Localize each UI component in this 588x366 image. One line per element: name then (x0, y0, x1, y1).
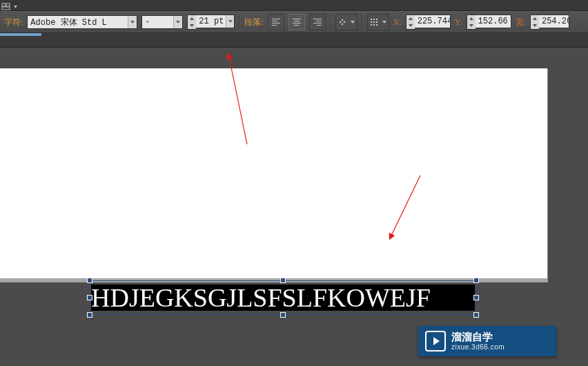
font-family-select[interactable]: Adobe 宋体 Std L (27, 15, 137, 29)
watermark-url: zixue.3d66.com (451, 343, 504, 351)
svg-rect-11 (371, 21, 372, 23)
x-field-group: 225.744 (406, 15, 451, 30)
active-tab-indicator (0, 33, 41, 36)
width-input[interactable]: 254.26 (539, 15, 569, 28)
svg-rect-10 (376, 19, 378, 20)
app-top-strip (0, 0, 588, 11)
text-frame[interactable]: HDJEGKSGJLSFSLFKOWEJF (90, 280, 476, 315)
chevron-down-icon[interactable] (226, 15, 235, 28)
handle-mid-left[interactable] (87, 295, 92, 300)
handle-bottom-center[interactable] (280, 312, 286, 318)
align-left-button[interactable] (268, 14, 284, 30)
width-field-group: 254.26 (530, 15, 569, 30)
dropdown-icon[interactable] (12, 1, 19, 10)
svg-rect-9 (373, 19, 375, 20)
svg-rect-8 (371, 19, 372, 20)
document-page[interactable] (0, 68, 548, 282)
y-spinner[interactable] (467, 15, 476, 30)
y-input[interactable]: 152.66 p (476, 15, 511, 28)
x-spinner[interactable] (406, 15, 415, 30)
font-size-value: 21 pt (196, 17, 226, 26)
grid-icon (370, 18, 378, 26)
x-label: X: (393, 17, 402, 28)
handle-top-right[interactable] (473, 278, 479, 283)
text-options-bar: 字符: Adobe 宋体 Std L - 21 pt 段落: (0, 11, 588, 33)
svg-point-7 (341, 23, 342, 25)
character-label: 字符: (4, 17, 23, 28)
svg-rect-2 (2, 7, 10, 10)
divider (239, 15, 240, 30)
align-right-button[interactable] (309, 14, 326, 30)
width-spinner[interactable] (530, 15, 539, 30)
svg-point-5 (341, 19, 342, 21)
svg-marker-3 (14, 6, 17, 8)
svg-rect-13 (376, 21, 378, 23)
handle-top-left[interactable] (87, 278, 92, 283)
svg-point-4 (339, 21, 340, 23)
align-center-button[interactable] (288, 14, 305, 30)
width-label: 宽: (516, 17, 526, 28)
svg-rect-14 (371, 24, 372, 26)
font-family-value: Adobe 宋体 Std L (28, 17, 109, 28)
handle-mid-right[interactable] (473, 295, 479, 300)
handle-top-center[interactable] (280, 278, 286, 283)
svg-rect-1 (6, 3, 10, 6)
font-size-group: 21 pt (187, 15, 235, 30)
play-icon (425, 331, 446, 351)
svg-rect-16 (376, 24, 378, 26)
x-value: 225.744 (415, 17, 450, 26)
tab-strip (0, 33, 588, 48)
paragraph-label: 段落: (244, 17, 263, 28)
svg-rect-15 (373, 24, 375, 26)
options-menu-button[interactable] (335, 14, 357, 30)
grid-menu-button[interactable] (367, 14, 389, 30)
chevron-down-icon[interactable] (128, 16, 137, 28)
watermark: 溜溜自学 zixue.3d66.com (418, 326, 556, 356)
selected-text[interactable]: HDJEGKSGJLSFSLFKOWEJF (91, 285, 475, 311)
svg-rect-12 (373, 21, 375, 23)
divider (330, 15, 331, 30)
font-size-select[interactable]: 21 pt (196, 15, 235, 28)
width-value: 254.26 (539, 17, 569, 26)
divider (362, 15, 363, 30)
svg-point-6 (343, 21, 344, 23)
chevron-down-icon[interactable] (173, 16, 182, 28)
canvas-area[interactable]: HDJEGKSGJLSFSLFKOWEJF 溜溜自学 zixue.3d66.co… (0, 48, 588, 366)
handle-bottom-right[interactable] (473, 312, 479, 318)
svg-rect-0 (2, 3, 6, 6)
watermark-title: 溜溜自学 (451, 331, 504, 343)
font-size-spinner[interactable] (187, 15, 196, 30)
font-style-value: - (142, 17, 153, 27)
y-value: 152.66 p (476, 17, 511, 26)
handle-bottom-left[interactable] (87, 312, 92, 318)
y-label: Y: (455, 17, 462, 28)
font-style-select[interactable]: - (141, 15, 183, 29)
x-input[interactable]: 225.744 (415, 15, 451, 28)
y-field-group: 152.66 p (467, 15, 511, 30)
arrange-icon[interactable] (1, 1, 11, 10)
